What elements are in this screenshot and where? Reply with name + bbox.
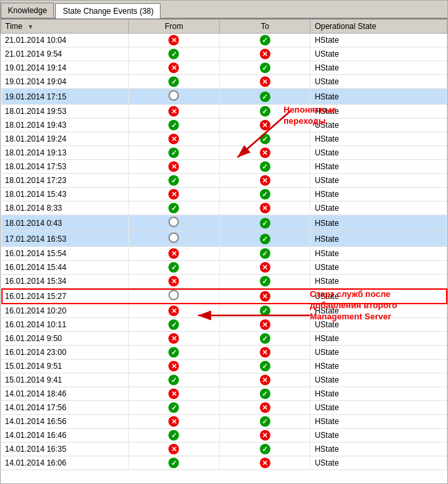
icon-check: ✓ [260,234,270,244]
cell-op-state: HState [311,332,447,346]
col-header-time[interactable]: Time ▼ [1,20,129,34]
table-row[interactable]: 14.01.2014 17:56✓✕UState [1,401,447,415]
table-row[interactable]: 17.01.2014 16:53✓HState [1,231,447,247]
col-header-to[interactable]: To [220,20,311,34]
icon-check: ✓ [168,458,179,468]
table-row[interactable]: 16.01.2014 10:20✕✓HState [1,304,447,318]
table-row[interactable]: 18.01.2014 17:23✓✕UState [1,174,447,188]
cell-from: ✓ [128,174,219,188]
table-row[interactable]: 16.01.2014 10:11✓✕UState [1,318,447,332]
cell-from: ✕ [128,34,219,47]
icon-check: ✓ [168,120,179,130]
icon-x: ✕ [260,203,270,213]
icon-x: ✕ [260,319,270,330]
table-row[interactable]: 16.01.2014 23:00✓✕UState [1,346,447,360]
cell-op-state: UState [311,401,447,415]
table-row[interactable]: 21.01.2014 9:54✓✕UState [1,47,447,61]
icon-check: ✓ [260,189,270,200]
table-row[interactable]: 18.01.2014 19:13✓✕UState [1,146,447,160]
tab-state-change-events[interactable]: State Change Events (38) [55,3,161,18]
cell-time: 15.01.2014 9:41 [1,373,129,387]
table-row[interactable]: 18.01.2014 17:53✕✓HState [1,160,447,174]
cell-from: ✓ [128,202,219,215]
cell-to: ✓ [220,89,311,105]
icon-x: ✕ [168,248,179,259]
cell-to: ✓ [220,304,311,318]
events-table: Time ▼ From To Operational State 21.01.2… [1,19,447,470]
icon-x: ✕ [168,276,179,286]
table-row[interactable]: 15.01.2014 9:51✕✓HState [1,360,447,373]
tab-knowledge[interactable]: Knowledge [1,3,54,18]
icon-x: ✕ [260,262,270,273]
icon-x: ✕ [168,161,179,172]
cell-time: 18.01.2014 0:43 [1,215,129,231]
cell-to: ✕ [220,146,311,160]
cell-to: ✕ [220,288,311,304]
table-row[interactable]: 15.01.2014 9:41✓✕UState [1,373,447,387]
table-row[interactable]: 18.01.2014 8:33✓✕UState [1,202,447,215]
cell-time: 14.01.2014 17:56 [1,401,129,415]
table-row[interactable]: 16.01.2014 15:27✕UState [1,288,447,304]
cell-op-state: HState [311,304,447,318]
cell-to: ✓ [220,247,311,261]
cell-to: ✓ [220,415,311,429]
cell-to: ✕ [220,401,311,415]
cell-from: ✓ [128,261,219,275]
cell-op-state: UState [311,288,447,304]
col-header-op-state[interactable]: Operational State [311,20,447,34]
cell-op-state: UState [311,47,447,61]
icon-circle [168,232,179,243]
table-row[interactable]: 19.01.2014 17:15✓HState [1,89,447,105]
table-row[interactable]: 16.01.2014 15:44✓✕UState [1,261,447,275]
icon-x: ✕ [260,76,270,87]
table-row[interactable]: 14.01.2014 16:56✕✓HState [1,415,447,429]
table-row[interactable]: 18.01.2014 19:53✕✓HState [1,105,447,119]
cell-op-state: HState [311,275,447,288]
cell-from: ✕ [128,247,219,261]
icon-x: ✕ [260,458,270,468]
cell-from: ✓ [128,401,219,415]
icon-check: ✓ [168,203,179,213]
table-row[interactable]: 19.01.2014 19:04✓✕UState [1,75,447,89]
table-row[interactable]: 16.01.2014 15:54✕✓HState [1,247,447,261]
table-row[interactable]: 16.01.2014 15:34✕✓HState [1,275,447,288]
cell-to: ✕ [220,75,311,89]
table-row[interactable]: 21.01.2014 10:04✕✓HState [1,34,447,47]
cell-to: ✕ [220,346,311,360]
icon-check: ✓ [260,361,270,371]
table-row[interactable]: 16.01.2014 9:50✕✓HState [1,332,447,346]
cell-time: 14.01.2014 16:46 [1,429,129,443]
icon-check: ✓ [168,347,179,358]
cell-op-state: UState [311,261,447,275]
table-row[interactable]: 18.01.2014 19:24✕✓HState [1,132,447,146]
cell-time: 17.01.2014 16:53 [1,231,129,247]
table-row[interactable]: 18.01.2014 15:43✕✓HState [1,188,447,202]
cell-op-state: HState [311,132,447,146]
table-row[interactable]: 14.01.2014 18:46✕✓HState [1,387,447,401]
table-row[interactable]: 19.01.2014 19:14✕✓HState [1,61,447,75]
cell-op-state: UState [311,429,447,443]
cell-time: 18.01.2014 19:53 [1,105,129,119]
cell-to: ✓ [220,132,311,146]
table-row[interactable]: 14.01.2014 16:35✕✓HState [1,443,447,456]
cell-op-state: HState [311,247,447,261]
cell-time: 16.01.2014 10:11 [1,318,129,332]
table-row[interactable]: 14.01.2014 16:06✓✕UState [1,456,447,470]
table-row[interactable]: 18.01.2014 19:43✓✕UState [1,119,447,132]
cell-op-state: HState [311,215,447,231]
cell-time: 21.01.2014 9:54 [1,47,129,61]
icon-circle [168,217,179,227]
cell-op-state: HState [311,360,447,373]
main-window: Knowledge State Change Events (38) Time … [0,0,448,484]
icon-check: ✓ [260,248,270,259]
table-row[interactable]: 14.01.2014 16:46✓✕UState [1,429,447,443]
cell-from: ✕ [128,160,219,174]
cell-to: ✕ [220,47,311,61]
cell-to: ✓ [220,34,311,47]
cell-to: ✓ [220,231,311,247]
table-row[interactable]: 18.01.2014 0:43✓HState [1,215,447,231]
col-header-from[interactable]: From [128,20,219,34]
cell-to: ✓ [220,443,311,456]
icon-x: ✕ [168,106,179,117]
cell-time: 18.01.2014 19:43 [1,119,129,132]
